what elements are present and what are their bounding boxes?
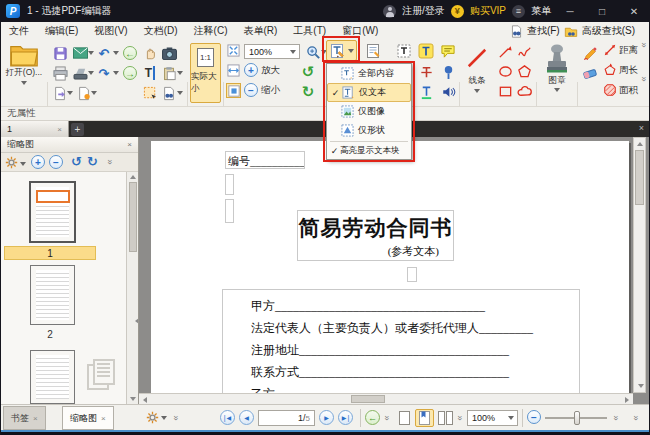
maximize-button[interactable]: □ — [589, 0, 615, 22]
tab-close-icon[interactable]: × — [57, 125, 62, 134]
bookmarks-tab[interactable]: 书签 × — [3, 406, 46, 430]
zoom-in-button[interactable]: + 放大 — [244, 63, 280, 77]
menu-button[interactable]: 菜单 — [531, 4, 551, 18]
pentagon-shape-icon[interactable] — [515, 62, 533, 80]
rotate-page-right-icon[interactable]: ↻ — [87, 155, 98, 168]
fit-visible-icon[interactable] — [226, 83, 241, 98]
measure-distance-button[interactable]: 距离 — [603, 43, 638, 57]
vertical-scrollbar-thumb[interactable] — [635, 150, 644, 205]
strikeout-text-icon[interactable] — [417, 63, 435, 81]
stamp-button[interactable]: 图章 — [540, 43, 574, 103]
redo-dropdown-arrow[interactable] — [113, 71, 119, 75]
scanner-icon[interactable] — [71, 64, 89, 82]
redo-icon[interactable]: ↷ — [95, 64, 113, 82]
stamp-dropdown-arrow[interactable] — [554, 88, 560, 92]
statusbar-gear-dropdown-arrow[interactable] — [161, 416, 167, 420]
paste-dropdown-arrow[interactable] — [177, 71, 183, 75]
thumbnail-page-2[interactable] — [30, 265, 75, 325]
toolbar-scroll-down-chevron[interactable]: » — [639, 76, 649, 81]
close-button[interactable]: ✕ — [621, 0, 647, 22]
last-page-button[interactable]: ▶| — [338, 410, 353, 425]
add-text-icon[interactable] — [417, 42, 435, 60]
menu-item-shapes-only[interactable]: 仅形状 — [327, 121, 411, 140]
line-dropdown-arrow[interactable] — [474, 89, 480, 93]
text-block-number[interactable]: 编号__________ — [225, 151, 305, 169]
statusbar-expand-chevron[interactable]: » — [171, 415, 181, 420]
zoom-slider-handle[interactable] — [574, 411, 580, 425]
horizontal-scrollbar-thumb[interactable] — [351, 395, 385, 403]
advanced-find-button[interactable]: 高级查找(S) — [582, 24, 635, 38]
print-icon[interactable] — [51, 64, 69, 82]
fit-page-view-icon[interactable] — [415, 409, 434, 427]
menu-tools[interactable]: 工具(T) — [285, 24, 334, 38]
menu-view[interactable]: 视图(V) — [86, 24, 135, 38]
thumbnail-label-selected[interactable]: 1 — [4, 246, 96, 260]
next-page-button[interactable]: ▶ — [319, 410, 334, 425]
new-tab-button[interactable]: + — [71, 123, 84, 136]
options-gear-icon[interactable] — [5, 156, 18, 169]
tabbar-close-icon[interactable]: × — [639, 123, 644, 133]
options-dropdown-arrow[interactable] — [20, 162, 26, 166]
save-icon[interactable] — [51, 44, 69, 62]
rotate-page-left-icon[interactable]: ↺ — [71, 155, 82, 168]
rotate-left-icon[interactable]: ↺ — [299, 62, 317, 80]
menu-item-images-only[interactable]: 仅图像 — [327, 102, 411, 121]
menu-item-text-only[interactable]: ✓ 仅文本 — [327, 83, 411, 102]
export-dropdown-arrow[interactable] — [67, 91, 73, 95]
attachment-pin-icon[interactable] — [439, 63, 457, 81]
new-doc-dropdown-arrow[interactable] — [91, 91, 97, 95]
pdf-page[interactable]: 编号__________ 简易劳动合同书 (参考文本) 甲方__________… — [151, 141, 629, 404]
thumbnail-scrollbar-thumb[interactable] — [129, 182, 137, 252]
paste-icon[interactable] — [160, 64, 178, 82]
snapshot-camera-icon[interactable] — [160, 44, 178, 62]
arrow-shape-icon[interactable] — [496, 42, 514, 60]
scanner-dropdown-arrow[interactable] — [88, 71, 94, 75]
first-page-button[interactable]: |◀ — [220, 410, 235, 425]
email-icon[interactable] — [71, 44, 89, 62]
ellipse-shape-icon[interactable] — [496, 62, 514, 80]
email-dropdown-arrow[interactable] — [88, 51, 94, 55]
find-document-icon[interactable] — [160, 84, 178, 102]
minimize-button[interactable]: ─ — [557, 0, 583, 22]
single-page-view-icon[interactable] — [399, 411, 410, 425]
rotate-right-icon[interactable]: ↻ — [299, 82, 317, 100]
fit-width-icon[interactable] — [226, 63, 241, 78]
eraser-icon[interactable] — [581, 65, 599, 83]
menu-window[interactable]: 窗口(W) — [334, 24, 386, 38]
find-button[interactable]: 查找(F) — [527, 24, 560, 38]
text-block-empty-2[interactable] — [225, 199, 234, 223]
thumbnail-scrollbar[interactable] — [126, 172, 138, 404]
open-button[interactable]: 打开(O)... — [4, 43, 44, 103]
document-tab-active[interactable]: 1 × — [1, 121, 69, 137]
zoom-slider-minus-icon[interactable]: − — [527, 410, 541, 424]
previous-view-icon[interactable]: ← — [121, 44, 139, 62]
open-dropdown-arrow[interactable] — [21, 81, 27, 85]
next-view-icon[interactable]: → — [121, 64, 139, 82]
menu-item-all-content[interactable]: 全部内容 — [327, 64, 411, 83]
text-block-body[interactable]: 甲方___________________________________ 法定… — [222, 289, 580, 404]
measure-perimeter-button[interactable]: 周长 — [603, 63, 638, 77]
sound-icon[interactable] — [439, 83, 457, 101]
bookmarks-tab-close-icon[interactable]: × — [33, 414, 38, 423]
thumbnail-label-2[interactable]: 2 — [4, 328, 96, 341]
edit-object-icon[interactable] — [365, 42, 383, 60]
vertical-scrollbar[interactable] — [633, 137, 646, 393]
previous-view-button[interactable]: ← — [365, 410, 380, 425]
buy-vip-button[interactable]: 购买VIP — [470, 4, 506, 18]
actual-size-button[interactable]: 1:1 实际大小 — [190, 43, 221, 103]
thumb-zoom-out-icon[interactable]: − — [49, 155, 63, 169]
panel-close-icon[interactable]: × — [127, 140, 132, 149]
zoom-out-button[interactable]: − 缩小 — [244, 83, 280, 97]
horizontal-scrollbar[interactable] — [139, 393, 633, 404]
toolbar-scroll-up-chevron[interactable]: » — [639, 42, 649, 47]
menu-form[interactable]: 表单(R) — [235, 24, 285, 38]
rectangle-shape-icon[interactable] — [496, 82, 514, 100]
login-button[interactable]: 注册/登录 — [402, 4, 445, 18]
undo-icon[interactable]: ↶ — [95, 44, 113, 62]
view-mode-chevron[interactable]: » — [455, 415, 465, 420]
two-page-view-icon-left[interactable] — [438, 411, 445, 425]
view-history-chevron[interactable]: » — [382, 415, 392, 420]
select-annotation-icon[interactable] — [141, 84, 159, 102]
previous-page-button[interactable]: ◀ — [239, 410, 254, 425]
comment-bubble-icon[interactable] — [439, 42, 457, 60]
